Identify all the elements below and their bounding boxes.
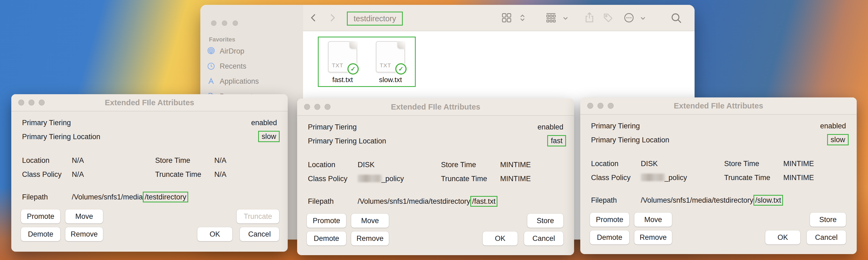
file-slow-txt[interactable]: TXT ✓ slow.txt	[368, 41, 413, 84]
move-button[interactable]: Move	[634, 213, 672, 227]
primary-tiering-location-value: slow	[827, 134, 849, 145]
sidebar-item-recents[interactable]: Recents	[207, 60, 296, 73]
promote-button[interactable]: Promote	[21, 209, 60, 223]
dialog-titlebar: Extended FIle Attributes	[11, 94, 288, 111]
primary-tiering-location-label: Primary Tiering Location	[308, 136, 386, 146]
primary-tiering-value: enabled	[537, 122, 563, 132]
extended-file-attributes-dialog-slow-txt: Extended FIle Attributes Primary Tiering…	[580, 97, 857, 254]
file-name: fast.txt	[320, 76, 366, 84]
filepath-value: /Volumes/snfs1/media/testdirectory/slow.…	[641, 195, 783, 205]
window-title-annotation-box: testdirectory	[347, 11, 403, 26]
sidebar-item-label: Applications	[220, 77, 259, 86]
truncate-time-label: Truncate Time	[724, 173, 770, 182]
store-time-value: N/A	[214, 155, 226, 165]
truncate-time-label: Truncate Time	[155, 170, 202, 179]
primary-tiering-location-value: fast	[547, 135, 566, 146]
page-fold	[349, 41, 357, 49]
view-grid-icon[interactable]	[501, 12, 513, 24]
airdrop-icon	[207, 47, 215, 55]
app-store-icon	[207, 77, 215, 86]
class-policy-label: Class Policy	[591, 173, 630, 182]
remove-button[interactable]: Remove	[634, 230, 672, 244]
store-time-label: Store Time	[155, 155, 190, 165]
cancel-button[interactable]: Cancel	[807, 230, 846, 244]
filepath-label: Filepath	[308, 197, 334, 206]
class-policy-visible-suffix: _policy	[381, 175, 404, 183]
location-label: Location	[308, 160, 335, 170]
forward-button	[327, 12, 338, 23]
primary-tiering-location-label: Primary Tiering Location	[591, 135, 669, 145]
demote-button[interactable]: Demote	[21, 227, 60, 241]
cancel-button[interactable]: Cancel	[240, 227, 279, 241]
dialog-titlebar: Extended FIle Attributes	[297, 98, 574, 116]
primary-tiering-location-value: slow	[258, 131, 280, 142]
truncate-time-value: N/A	[214, 170, 226, 179]
truncate-time-value: MINTIME	[783, 173, 814, 182]
store-button[interactable]: Store	[527, 214, 563, 228]
filepath-prefix: /Volumes/snfs1/media/testdirectory	[358, 197, 470, 205]
store-time-label: Store Time	[441, 160, 476, 170]
files-annotation-box: TXT ✓ fast.txt TXT ✓ slow.txt	[318, 37, 416, 87]
sync-checkmark-icon: ✓	[395, 63, 407, 75]
txt-file-icon: TXT ✓	[328, 41, 357, 73]
class-policy-redacted-prefix	[641, 174, 665, 181]
promote-button[interactable]: Promote	[590, 213, 629, 227]
ok-button[interactable]: OK	[765, 230, 800, 244]
truncate-time-label: Truncate Time	[441, 174, 487, 183]
primary-tiering-value: enabled	[820, 121, 846, 131]
promote-button[interactable]: Promote	[307, 214, 346, 228]
class-policy-label: Class Policy	[22, 170, 62, 179]
primary-tiering-value: enabled	[251, 118, 277, 127]
store-time-label: Store Time	[724, 159, 760, 169]
filepath-highlighted-annotation: /slow.txt	[753, 195, 783, 206]
filepath-value: /Volumes/snfs1/media/testdirectory/fast.…	[358, 197, 497, 206]
demote-button[interactable]: Demote	[307, 231, 346, 245]
location-value: DISK	[358, 160, 375, 170]
sidebar-item-airdrop[interactable]: AirDrop	[207, 45, 296, 58]
remove-button[interactable]: Remove	[351, 231, 389, 245]
store-time-value: MINTIME	[500, 160, 531, 170]
move-button[interactable]: Move	[351, 214, 389, 228]
clock-icon	[207, 62, 215, 70]
zoom-button[interactable]	[232, 21, 238, 26]
filepath-prefix: /Volumes/snfs1/media	[72, 193, 143, 201]
store-button[interactable]: Store	[810, 213, 846, 227]
file-type-label: TXT	[332, 62, 343, 69]
filepath-prefix: /Volumes/snfs1/media/testdirectory	[641, 196, 753, 204]
group-by-icon[interactable]	[545, 12, 557, 24]
truncate-time-value: MINTIME	[500, 174, 531, 183]
sidebar-item-label: Recents	[220, 62, 246, 70]
primary-tiering-location-label: Primary Tiering Location	[22, 132, 100, 142]
class-policy-visible-suffix: _policy	[664, 174, 687, 182]
search-icon[interactable]	[670, 12, 682, 24]
location-value: DISK	[641, 159, 658, 169]
location-label: Location	[591, 159, 618, 169]
file-fast-txt[interactable]: TXT ✓ fast.txt	[320, 41, 366, 84]
back-button[interactable]	[308, 12, 319, 23]
sync-checkmark-icon: ✓	[347, 63, 359, 75]
ok-button[interactable]: OK	[483, 231, 518, 245]
minimize-button[interactable]	[222, 21, 227, 26]
dialog-title: Extended FIle Attributes	[580, 97, 857, 114]
remove-button[interactable]: Remove	[65, 227, 103, 241]
filepath-highlighted-annotation: /testdirectory	[143, 192, 188, 202]
chevron-down-icon[interactable]	[639, 15, 647, 22]
share-icon	[583, 11, 596, 24]
view-sort-chevrons-icon[interactable]	[518, 13, 527, 22]
dialog-title: Extended FIle Attributes	[297, 98, 574, 115]
ok-button[interactable]: OK	[197, 227, 232, 241]
class-policy-value: N/A	[72, 170, 84, 179]
filepath-label: Filepath	[22, 192, 48, 202]
primary-tiering-label: Primary Tiering	[591, 121, 640, 131]
sidebar-item-applications[interactable]: Applications	[207, 75, 296, 88]
demote-button[interactable]: Demote	[590, 230, 629, 244]
more-actions-icon[interactable]	[623, 12, 635, 24]
file-name: slow.txt	[368, 76, 413, 84]
class-policy-label: Class Policy	[308, 174, 347, 183]
move-button[interactable]: Move	[65, 209, 103, 223]
cancel-button[interactable]: Cancel	[524, 231, 563, 245]
window-title: testdirectory	[353, 14, 396, 23]
primary-tiering-label: Primary Tiering	[308, 122, 357, 132]
close-button[interactable]	[211, 21, 216, 26]
chevron-down-icon[interactable]	[562, 15, 569, 22]
